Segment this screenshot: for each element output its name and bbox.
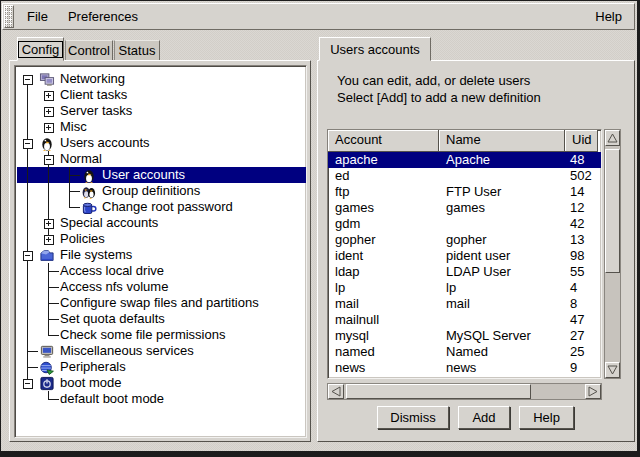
tree-item-label: Policies xyxy=(59,231,108,247)
tree-item-label: Access nfs volume xyxy=(59,279,171,295)
tree-expand-toggle[interactable] xyxy=(38,119,59,135)
tree-item-policies[interactable]: Policies xyxy=(17,231,306,247)
column-header-account: Account xyxy=(328,130,439,152)
tree-line xyxy=(17,87,38,103)
cell-account: gopher xyxy=(328,232,439,248)
tree-line xyxy=(59,167,80,183)
tree-item-server-tasks[interactable]: Server tasks xyxy=(17,103,306,119)
tree-item-label: Access local drive xyxy=(59,263,167,279)
peripherals-icon xyxy=(39,360,55,375)
vertical-scroll-track[interactable] xyxy=(605,146,620,362)
tab-users-accounts-label: Users accounts xyxy=(330,42,420,57)
vertical-scroll-thumb[interactable] xyxy=(605,149,620,273)
tree-item-default-boot-mode[interactable]: default boot mode xyxy=(17,391,306,407)
tab-users-accounts[interactable]: Users accounts xyxy=(319,37,431,61)
tree-line xyxy=(17,263,38,279)
tree-line xyxy=(38,167,59,183)
tree-item-networking[interactable]: Networking xyxy=(17,71,306,87)
monitor-icon xyxy=(39,344,55,359)
cell-name xyxy=(439,168,565,184)
tree-item-users-accounts[interactable]: Users accounts xyxy=(17,135,306,151)
user-row-ed[interactable]: ed502 xyxy=(328,168,601,184)
penguin-icon xyxy=(39,136,55,151)
tree-expand-toggle[interactable] xyxy=(38,231,59,247)
tree-item-group-definitions[interactable]: Group definitions xyxy=(17,183,306,199)
cell-account: named xyxy=(328,344,439,360)
user-row-ftp[interactable]: ftpFTP User14 xyxy=(328,184,601,200)
cell-uid: 9 xyxy=(565,360,598,376)
tree-item-misc[interactable]: Misc xyxy=(17,119,306,135)
menu-preferences[interactable]: Preferences xyxy=(62,7,144,26)
cell-account: ed xyxy=(328,168,439,184)
horizontal-scroll-thumb[interactable] xyxy=(346,384,531,399)
cell-uid: 98 xyxy=(565,248,598,264)
column-header-uid: Uid xyxy=(565,130,598,152)
user-row-mailnull[interactable]: mailnull47 xyxy=(328,312,601,328)
scroll-left-button[interactable] xyxy=(328,384,344,399)
cell-account: ldap xyxy=(328,264,439,280)
scroll-right-button[interactable] xyxy=(585,384,601,399)
user-row-gdm[interactable]: gdm42 xyxy=(328,216,601,232)
cell-uid: 42 xyxy=(565,216,598,232)
user-row-mail[interactable]: mailmail8 xyxy=(328,296,601,312)
horizontal-scroll-track[interactable] xyxy=(344,384,585,399)
menu-file[interactable]: File xyxy=(21,7,54,26)
tree-item-change-root-password[interactable]: Change root password xyxy=(17,199,306,215)
tree-item-miscellaneous-services[interactable]: Miscellaneous services xyxy=(17,343,306,359)
tree-item-check-some-file-permissions[interactable]: Check some file permissions xyxy=(17,327,306,343)
tree-item-label: Users accounts xyxy=(59,135,153,151)
tree-item-boot-mode[interactable]: boot mode xyxy=(17,375,306,391)
tree-item-file-systems[interactable]: File systems xyxy=(17,247,306,263)
menu-help[interactable]: Help xyxy=(589,7,628,26)
user-row-lp[interactable]: lplp4 xyxy=(328,280,601,296)
cell-uid: 27 xyxy=(565,328,598,344)
tree-item-set-quota-defaults[interactable]: Set quota defaults xyxy=(17,311,306,327)
tree-line xyxy=(38,183,59,199)
user-row-ldap[interactable]: ldapLDAP User55 xyxy=(328,264,601,280)
tree-expand-toggle[interactable] xyxy=(38,103,59,119)
tree-item-user-accounts[interactable]: User accounts xyxy=(17,167,306,183)
user-row-ident[interactable]: identpident user98 xyxy=(328,248,601,264)
cell-name: Apache xyxy=(439,152,565,168)
dismiss-button[interactable]: Dismiss xyxy=(377,406,449,429)
tab-config-label: Config xyxy=(18,41,64,58)
tree-collapse-toggle[interactable] xyxy=(17,71,38,87)
user-row-gopher[interactable]: gophergopher13 xyxy=(328,232,601,248)
tree-item-label: boot mode xyxy=(59,375,124,391)
tab-control[interactable]: Control xyxy=(65,40,113,61)
tree-collapse-toggle[interactable] xyxy=(17,135,38,151)
tree-line xyxy=(38,311,59,327)
tree-expand-toggle[interactable] xyxy=(38,87,59,103)
tree-collapse-toggle[interactable] xyxy=(38,151,59,167)
scroll-up-button[interactable] xyxy=(605,130,620,146)
scroll-down-button[interactable] xyxy=(605,362,620,378)
add-button[interactable]: Add xyxy=(458,406,510,429)
user-row-apache[interactable]: apacheApache48 xyxy=(328,152,601,168)
tree-item-peripherals[interactable]: Peripherals xyxy=(17,359,306,375)
cell-account: apache xyxy=(328,152,439,168)
tree-item-client-tasks[interactable]: Client tasks xyxy=(17,87,306,103)
tree-collapse-toggle[interactable] xyxy=(17,375,38,391)
tree-item-configure-swap-files-and-partitions[interactable]: Configure swap files and partitions xyxy=(17,295,306,311)
tree-item-special-accounts[interactable]: Special accounts xyxy=(17,215,306,231)
tree-item-label: Server tasks xyxy=(59,103,135,119)
menubar-grip[interactable] xyxy=(4,5,14,28)
tree-item-normal[interactable]: Normal xyxy=(17,151,306,167)
help-button[interactable]: Help xyxy=(519,406,574,429)
info-line-2: Select [Add] to add a new definition xyxy=(337,90,541,105)
tab-config[interactable]: Config xyxy=(17,37,64,61)
user-row-news[interactable]: newsnews9 xyxy=(328,360,601,376)
tab-status[interactable]: Status xyxy=(114,40,160,61)
tree-item-access-local-drive[interactable]: Access local drive xyxy=(17,263,306,279)
tree-expand-toggle[interactable] xyxy=(38,215,59,231)
cell-uid: 8 xyxy=(565,296,598,312)
user-row-named[interactable]: namedNamed25 xyxy=(328,344,601,360)
tree-collapse-toggle[interactable] xyxy=(17,247,38,263)
tree-item-label: File systems xyxy=(59,247,135,263)
user-row-games[interactable]: gamesgames12 xyxy=(328,200,601,216)
tree-line xyxy=(38,327,59,343)
cell-uid: 13 xyxy=(565,232,598,248)
users-table-header: AccountNameUid xyxy=(328,130,601,152)
user-row-mysql[interactable]: mysqlMySQL Server27 xyxy=(328,328,601,344)
tree-item-access-nfs-volume[interactable]: Access nfs volume xyxy=(17,279,306,295)
